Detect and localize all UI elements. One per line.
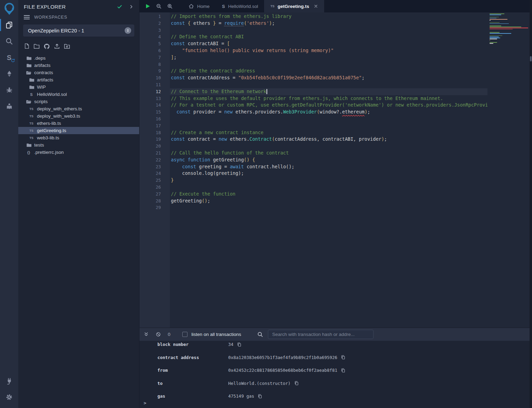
upload-file-icon[interactable]	[54, 43, 60, 50]
open-tabs: HomeSHelloWorld.solTSgetGreeting.ts	[182, 0, 324, 12]
file-row-.prettierrc.json[interactable]: {}.prettierrc.json	[18, 149, 139, 156]
file-icon-ts: TS	[29, 115, 34, 118]
code-line: getGreeting();	[170, 198, 487, 205]
code-line: const greeting = await contract.hello();	[170, 163, 487, 170]
terminal-collapse-icon[interactable]	[144, 332, 149, 337]
minimap-line	[490, 38, 500, 38]
copy-icon[interactable]	[258, 394, 262, 399]
copy-icon[interactable]	[294, 381, 299, 386]
file-row-HelloWorld.sol[interactable]: SHelloWorld.sol	[18, 91, 139, 98]
workspace-updown-icon[interactable]	[125, 27, 131, 34]
line-number: 7	[139, 54, 170, 61]
code-line: const contractAddress = "0xb54febb5c0c0f…	[170, 74, 487, 81]
solidity-compiler-icon[interactable]: S	[0, 49, 18, 66]
line-number: 10	[139, 74, 170, 81]
clear-console-icon[interactable]	[156, 332, 161, 337]
code-line: const contractABI = [	[170, 40, 487, 47]
settings-gear-icon[interactable]	[0, 389, 18, 405]
listen-transactions-checkbox[interactable]	[182, 332, 187, 337]
minimap[interactable]	[490, 12, 528, 50]
terminal-row-label: to	[157, 381, 228, 386]
minimap-line	[490, 36, 502, 36]
file-label: scripts	[34, 99, 48, 104]
learneth-icon[interactable]	[0, 98, 18, 114]
copy-icon[interactable]	[341, 368, 346, 373]
code-line	[170, 122, 487, 129]
file-label: artifacts	[37, 77, 53, 82]
minimap-line	[490, 20, 491, 21]
new-file-icon[interactable]	[24, 43, 30, 50]
file-row-contracts[interactable]: contracts	[18, 69, 139, 76]
deploy-run-icon[interactable]	[0, 66, 18, 82]
code-line: // Create a new contract instance	[170, 129, 487, 136]
plugin-manager-icon[interactable]	[0, 373, 18, 389]
line-number-gutter: 1234567891011121314151617181920212223242…	[139, 12, 170, 328]
scrollbar-track[interactable]	[530, 0, 532, 408]
zoom-out-icon[interactable]	[156, 3, 162, 9]
clone-github-icon[interactable]	[43, 43, 50, 50]
line-number: 16	[139, 116, 170, 122]
file-row-scripts[interactable]: scripts	[18, 98, 139, 105]
value-text: HelloWorld.(constructor)	[228, 381, 291, 386]
new-folder-icon[interactable]	[33, 43, 40, 50]
minimap-line	[490, 28, 528, 28]
code-line: // Define the contract address	[170, 68, 487, 74]
line-number: 1	[139, 13, 170, 20]
code-line: const contract = new ethers.Contract(con…	[170, 136, 487, 143]
file-label: .deps	[34, 56, 46, 61]
line-number: 15	[139, 109, 170, 116]
workspaces-menu-icon[interactable]	[24, 15, 30, 19]
run-script-icon[interactable]	[145, 3, 151, 9]
file-row-ethers-lib.ts[interactable]: TSethers-lib.ts	[18, 120, 139, 127]
copy-icon[interactable]	[341, 355, 346, 360]
file-row-.deps[interactable]: .deps	[18, 54, 139, 62]
file-row-tests[interactable]: tests	[18, 141, 139, 149]
file-row-web3-lib.ts[interactable]: TSweb3-lib.ts	[18, 134, 139, 141]
tab-getGreeting.ts[interactable]: TSgetGreeting.ts	[264, 0, 324, 12]
tab-HelloWorld.sol[interactable]: SHelloWorld.sol	[216, 0, 264, 12]
file-row-deploy_with_ethers.ts[interactable]: TSdeploy_with_ethers.ts	[18, 105, 139, 112]
terminal-row-contract-address: contract address0x8a120383e6057b1f3aef4f…	[139, 351, 532, 364]
terminal-row-value: 475149 gas	[228, 394, 262, 399]
line-number: 17	[139, 122, 170, 129]
file-label: contracts	[34, 70, 53, 75]
workspace-select[interactable]: OpenZeppelin ERC20 - 1	[23, 24, 134, 37]
file-row-WIP[interactable]: WIP	[18, 83, 139, 91]
tab-Home[interactable]: Home	[182, 0, 216, 12]
terminal-prompt[interactable]: >	[144, 400, 146, 406]
chevron-right-icon[interactable]	[129, 4, 134, 9]
file-icon-folder	[26, 63, 31, 68]
tab-close-icon[interactable]	[314, 4, 318, 8]
tab-icon-home	[188, 3, 194, 9]
code-line: // For a testnet or custom RPC, use ethe…	[170, 102, 487, 109]
code-line: "function hello() public view returns (s…	[170, 47, 487, 54]
tab-bar: HomeSHelloWorld.solTSgetGreeting.ts	[139, 0, 532, 12]
scrollbar-thumb[interactable]	[530, 56, 532, 61]
upload-folder-icon[interactable]	[64, 43, 70, 50]
line-number: 29	[139, 204, 170, 211]
workspace-name: OpenZeppelin ERC20 - 1	[28, 28, 84, 33]
file-row-deploy_with_web3.ts[interactable]: TSdeploy_with_web3.ts	[18, 112, 139, 120]
search-icon[interactable]	[0, 33, 18, 49]
code-line: // This example uses the default provide…	[170, 95, 487, 102]
file-row-artifacts[interactable]: artifacts	[18, 76, 139, 83]
minimap-line	[490, 40, 490, 41]
minimap-line	[490, 13, 504, 14]
minimap-line	[490, 26, 501, 26]
file-icon-ts: TS	[29, 107, 34, 111]
file-explorer-icon[interactable]	[0, 17, 18, 33]
line-number: 4	[139, 33, 170, 40]
terminal-row-from: from0x42452c22c88178685850e68beb6cf0f2ae…	[139, 364, 532, 377]
code-line	[170, 81, 487, 88]
line-number: 5	[139, 40, 170, 47]
code-line: // Call the hello function of the contra…	[170, 150, 487, 157]
file-row-getGreeting.ts[interactable]: TSgetGreeting.ts	[18, 127, 139, 134]
file-row-artifacts[interactable]: artifacts	[18, 62, 139, 69]
zoom-in-icon[interactable]	[167, 3, 173, 9]
terminal-search-input[interactable]	[268, 330, 374, 339]
code-editor[interactable]: 1234567891011121314151617181920212223242…	[139, 12, 532, 328]
code-content[interactable]: // Import ethers from the ethers.js libr…	[170, 12, 487, 328]
remix-logo-icon[interactable]	[0, 1, 18, 17]
debugger-icon[interactable]	[0, 82, 18, 98]
copy-icon[interactable]	[237, 342, 242, 347]
